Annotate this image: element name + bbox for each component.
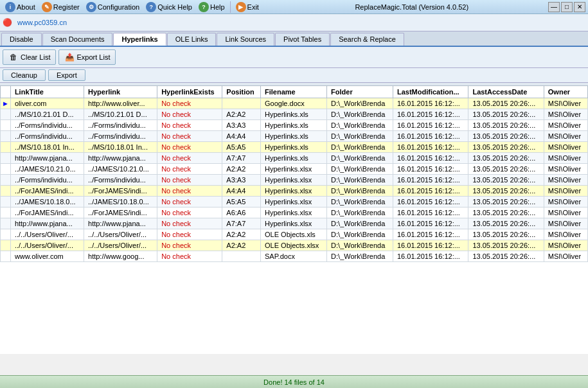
menu-help[interactable]: ? Help (196, 1, 227, 13)
cleanup-button[interactable]: Cleanup (3, 69, 46, 81)
tab-search-replace[interactable]: Search & Replace (330, 33, 404, 46)
about-icon: i (5, 2, 15, 12)
close-button[interactable]: ✕ (574, 2, 585, 12)
status-text: Done! 14 files of 14 (263, 378, 325, 386)
table-row[interactable]: www.oliver.comhttp://www.goog...No check… (1, 251, 588, 262)
lastmod-cell: 16.01.2015 16:12:... (393, 120, 468, 131)
table-row[interactable]: http://www.pjana...http://www.pjana...No… (1, 153, 588, 164)
tab-link-sources[interactable]: Link Sources (217, 33, 274, 46)
filename-cell: Google.docx (261, 98, 327, 109)
minimize-button[interactable]: — (548, 2, 560, 12)
folder-cell: D:\_Work\Brenda (327, 153, 393, 164)
window-controls: — □ ✕ (548, 2, 585, 12)
col-lastmodification[interactable]: LastModification... (393, 86, 468, 98)
menu-exit[interactable]: ▶ Exit (233, 1, 262, 13)
lastaccess-cell: 13.05.2015 20:26:... (468, 98, 544, 109)
link-title-cell: http://www.pjana... (10, 153, 84, 164)
table-row[interactable]: ../ForJAMES/indi...../ForJAMES/indi...No… (1, 207, 588, 218)
quickhelp-icon: ? (146, 2, 156, 12)
tab-disable[interactable]: Disable (1, 33, 42, 46)
hyperlink-cell: ../Forms/individu... (84, 131, 157, 142)
export-list-icon: 📤 (64, 52, 75, 62)
watermark-text: www.pc0359.cn (17, 19, 67, 26)
col-folder[interactable]: Folder (327, 86, 393, 98)
lastaccess-cell: 13.05.2015 20:26:... (468, 131, 544, 142)
arrow-cell (1, 207, 11, 218)
lastmod-cell: 16.01.2015 16:12:... (393, 175, 468, 186)
lastaccess-cell: 13.05.2015 20:26:... (468, 251, 544, 262)
toolbar-area: 🔴 www.pc0359.cn (0, 14, 588, 31)
lastaccess-cell: 13.05.2015 20:26:... (468, 197, 544, 207)
exists-cell: No check (157, 109, 222, 120)
arrow-cell (1, 197, 11, 207)
maximize-button[interactable]: □ (561, 2, 573, 12)
table-header-row: LinkTitle Hyperlink HyperlinkExists Posi… (1, 86, 588, 98)
col-hyperlinkexists[interactable]: HyperlinkExists (157, 86, 222, 98)
table-row[interactable]: http://www.pjana...http://www.pjana...No… (1, 218, 588, 229)
arrow-cell (1, 164, 11, 175)
owner-cell: MSI\Oliver (544, 120, 587, 131)
table-row[interactable]: ../Forms/individu...../Forms/individu...… (1, 120, 588, 131)
tab-ole-links[interactable]: OLE Links (167, 33, 217, 46)
link-title-cell: ../../Users/Oliver/... (10, 229, 84, 240)
cleanup-label: Cleanup (11, 71, 37, 79)
table-row[interactable]: ../MS/10.18.01 In...../MS/10.18.01 In...… (1, 142, 588, 153)
hyperlink-cell: ../../Users/Oliver/... (84, 229, 157, 240)
lastaccess-cell: 13.05.2015 20:26:... (468, 109, 544, 120)
lastaccess-cell: 13.05.2015 20:26:... (468, 142, 544, 153)
col-linktitle[interactable]: LinkTitle (10, 86, 84, 98)
tab-hyperlinks[interactable]: Hyperlinks (113, 33, 166, 46)
col-filename[interactable]: Filename (261, 86, 327, 98)
col-owner[interactable]: Owner (544, 86, 587, 98)
table-row[interactable]: ../../Users/Oliver/...../../Users/Oliver… (1, 240, 588, 251)
table-row[interactable]: ../MS/10.21.01 D...../MS/10.21.01 D...No… (1, 109, 588, 120)
filename-cell: Hyperlinks.xlsx (261, 175, 327, 186)
arrow-cell (1, 175, 11, 186)
menu-configuration[interactable]: ⚙ Configuration (84, 1, 142, 13)
exists-cell: No check (157, 229, 222, 240)
col-hyperlink[interactable]: Hyperlink (84, 86, 157, 98)
menu-quickhelp[interactable]: ? Quick Help (143, 1, 195, 13)
lastmod-cell: 16.01.2015 16:12:... (393, 153, 468, 164)
link-title-cell: ../ForJAMES/indi... (10, 207, 84, 218)
link-title-cell: ../Forms/individu... (10, 175, 84, 186)
col-lastaccessdate[interactable]: LastAccessDate (468, 86, 544, 98)
logo-icon: 🔴 (3, 18, 12, 27)
exists-cell: No check (157, 240, 222, 251)
menu-about[interactable]: i About (3, 1, 38, 13)
exists-cell: No check (157, 251, 222, 262)
menu-register[interactable]: ✎ Register (39, 1, 82, 13)
owner-cell: MSI\Oliver (544, 251, 587, 262)
position-cell: A5:A5 (222, 142, 261, 153)
table-row[interactable]: ../JAMES/10.21.0...../JAMES/10.21.0...No… (1, 164, 588, 175)
table-row[interactable]: ►oliver.comhttp://www.oliver...No checkG… (1, 98, 588, 109)
col-position[interactable]: Position (222, 86, 261, 98)
tab-pivot-tables[interactable]: Pivot Tables (275, 33, 330, 46)
status-bar: Done! 14 files of 14 (0, 375, 588, 388)
owner-cell: MSI\Oliver (544, 109, 587, 120)
link-title-cell: ../Forms/individu... (10, 120, 84, 131)
clear-list-button[interactable]: 🗑 Clear List (3, 49, 56, 65)
lastmod-cell: 16.01.2015 16:12:... (393, 240, 468, 251)
position-cell: A2:A2 (222, 229, 261, 240)
table-row[interactable]: ../ForJAMES/indi...../ForJAMES/indi...No… (1, 186, 588, 197)
table-row[interactable]: ../Forms/individu...../Forms/individu...… (1, 131, 588, 142)
table-row[interactable]: ../JAMES/10.18.0...../JAMES/10.18.0...No… (1, 197, 588, 207)
exists-cell: No check (157, 207, 222, 218)
lastaccess-cell: 13.05.2015 20:26:... (468, 120, 544, 131)
folder-cell: D:\_Work\Brenda (327, 197, 393, 207)
arrow-cell (1, 153, 11, 164)
position-cell: A2:A2 (222, 240, 261, 251)
folder-cell: D:\_Work\Brenda (327, 109, 393, 120)
table-row[interactable]: ../../Users/Oliver/...../../Users/Oliver… (1, 229, 588, 240)
position-cell: A4:A4 (222, 186, 261, 197)
tab-scan-documents[interactable]: Scan Documents (42, 33, 113, 46)
app-title: ReplaceMagic.Total (Version 4.0.52) (276, 3, 549, 11)
export-button[interactable]: Export (48, 69, 85, 81)
folder-cell: D:\_Work\Brenda (327, 186, 393, 197)
link-title-cell: http://www.pjana... (10, 218, 84, 229)
hyperlink-cell: ../MS/10.21.01 D... (84, 109, 157, 120)
table-row[interactable]: ../Forms/individu...../Forms/individu...… (1, 175, 588, 186)
position-cell: A6:A6 (222, 207, 261, 218)
export-list-button[interactable]: 📤 Export List (58, 49, 116, 65)
